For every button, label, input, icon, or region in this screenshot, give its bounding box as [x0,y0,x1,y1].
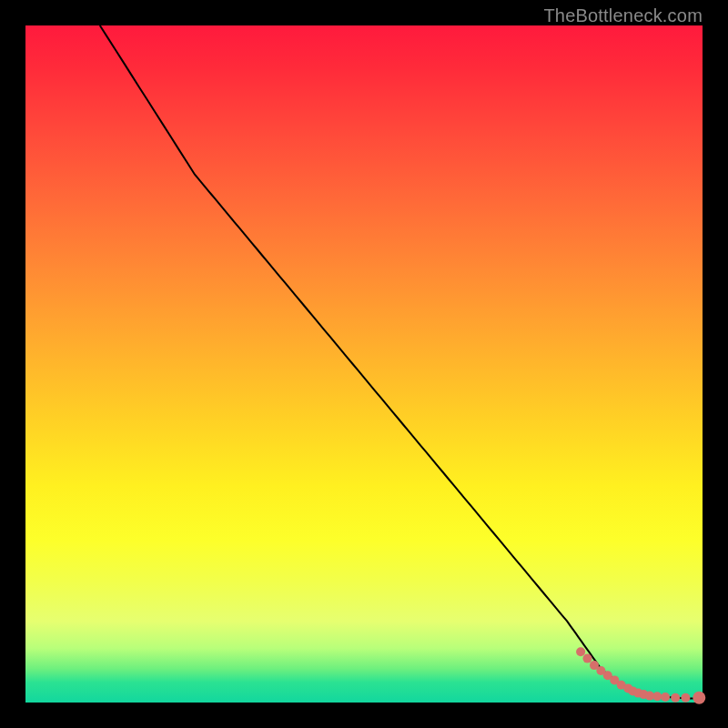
watermark-label: TheBottleneck.com [543,5,703,26]
chart-stage: TheBottleneck.com [0,0,728,728]
plot-area [25,25,703,703]
